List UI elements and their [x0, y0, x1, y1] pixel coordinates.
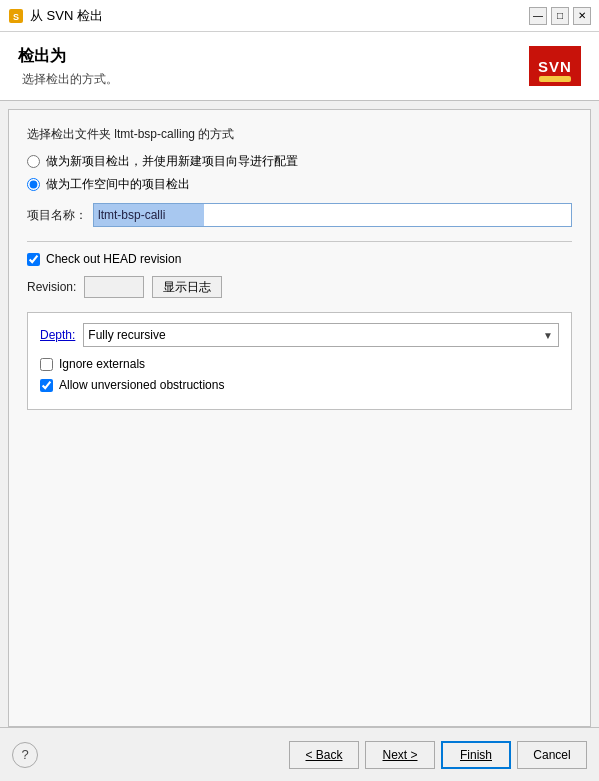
depth-row: Depth: Fully recursive Immediate childre…: [40, 323, 559, 347]
header-title: 检出为: [18, 46, 118, 67]
next-button[interactable]: Next >: [365, 741, 435, 769]
ignore-externals-row: Ignore externals: [40, 357, 559, 371]
header-section: 检出为 选择检出的方式。 SVN: [0, 32, 599, 101]
svn-logo-text: SVN: [538, 58, 572, 75]
radio-option1-label[interactable]: 做为新项目检出，并使用新建项目向导进行配置: [27, 153, 572, 170]
radio-group: 做为新项目检出，并使用新建项目向导进行配置 做为工作空间中的项目检出: [27, 153, 572, 193]
divider-1: [27, 241, 572, 242]
project-name-rest: [204, 204, 571, 226]
back-button[interactable]: < Back: [289, 741, 359, 769]
revision-row: Revision: 显示日志: [27, 276, 572, 298]
show-log-button[interactable]: 显示日志: [152, 276, 222, 298]
svn-logo-connector: [539, 76, 571, 82]
svg-text:S: S: [13, 12, 19, 22]
window-title: 从 SVN 检出: [30, 7, 529, 25]
depth-select[interactable]: Fully recursive Immediate children Only …: [83, 323, 559, 347]
maximize-button[interactable]: □: [551, 7, 569, 25]
svn-logo: SVN: [529, 46, 581, 86]
minimize-button[interactable]: —: [529, 7, 547, 25]
footer-section: ? < Back Next > Finish Cancel: [0, 727, 599, 781]
radio-option2-label[interactable]: 做为工作空间中的项目检出: [27, 176, 572, 193]
revision-label: Revision:: [27, 280, 76, 294]
section-title: 选择检出文件夹 ltmt-bsp-calling 的方式: [27, 126, 572, 143]
checkout-head-label[interactable]: Check out HEAD revision: [27, 252, 181, 266]
checkout-head-text: Check out HEAD revision: [46, 252, 181, 266]
cancel-button[interactable]: Cancel: [517, 741, 587, 769]
project-name-row: 项目名称： ltmt-bsp-calli: [27, 203, 572, 227]
finish-button[interactable]: Finish: [441, 741, 511, 769]
allow-unversioned-text: Allow unversioned obstructions: [59, 378, 224, 392]
help-button[interactable]: ?: [12, 742, 38, 768]
project-name-highlight: ltmt-bsp-calli: [94, 204, 204, 226]
window-controls: — □ ✕: [529, 7, 591, 25]
depth-section: Depth: Fully recursive Immediate childre…: [27, 312, 572, 410]
checkout-head-row: Check out HEAD revision: [27, 252, 572, 266]
radio-option2[interactable]: [27, 178, 40, 191]
allow-unversioned-label[interactable]: Allow unversioned obstructions: [40, 378, 224, 392]
checkout-head-checkbox[interactable]: [27, 253, 40, 266]
title-bar: S 从 SVN 检出 — □ ✕: [0, 0, 599, 32]
body-section: 选择检出文件夹 ltmt-bsp-calling 的方式 做为新项目检出，并使用…: [8, 109, 591, 727]
depth-select-wrapper: Fully recursive Immediate children Only …: [83, 323, 559, 347]
close-button[interactable]: ✕: [573, 7, 591, 25]
revision-input[interactable]: [84, 276, 144, 298]
project-name-value: ltmt-bsp-calli: [98, 208, 165, 222]
ignore-externals-label[interactable]: Ignore externals: [40, 357, 145, 371]
header-text: 检出为 选择检出的方式。: [18, 46, 118, 88]
ignore-externals-text: Ignore externals: [59, 357, 145, 371]
radio-option1-text: 做为新项目检出，并使用新建项目向导进行配置: [46, 153, 298, 170]
radio-option2-text: 做为工作空间中的项目检出: [46, 176, 190, 193]
ignore-externals-checkbox[interactable]: [40, 358, 53, 371]
depth-label[interactable]: Depth:: [40, 328, 75, 342]
allow-unversioned-checkbox[interactable]: [40, 379, 53, 392]
radio-option1[interactable]: [27, 155, 40, 168]
project-name-input-wrapper[interactable]: ltmt-bsp-calli: [93, 203, 572, 227]
header-subtitle: 选择检出的方式。: [22, 71, 118, 88]
project-name-label: 项目名称：: [27, 207, 87, 224]
dialog-content: 检出为 选择检出的方式。 SVN 选择检出文件夹 ltmt-bsp-callin…: [0, 32, 599, 781]
allow-unversioned-row: Allow unversioned obstructions: [40, 378, 559, 392]
window-icon: S: [8, 8, 24, 24]
